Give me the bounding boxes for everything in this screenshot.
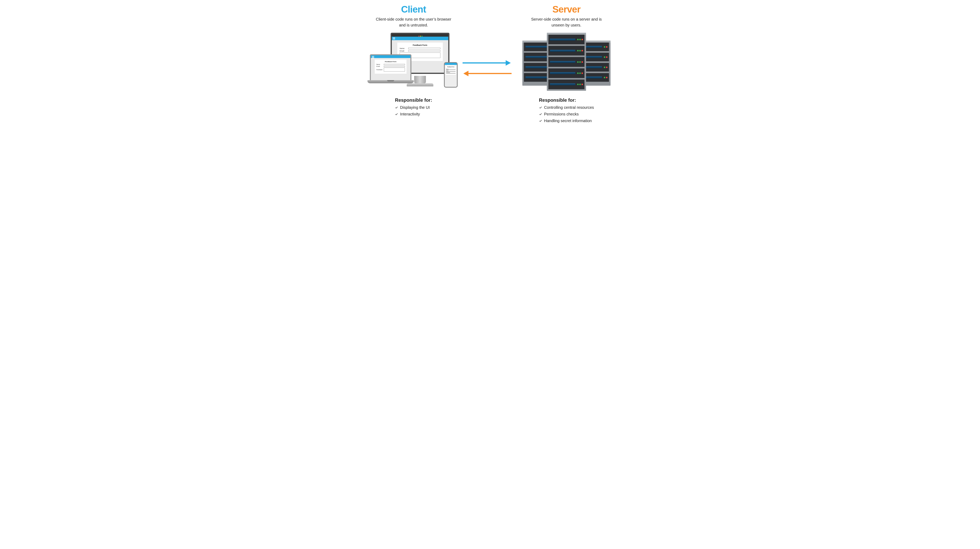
- responsibility-item: Controlling central resources: [539, 104, 594, 111]
- check-icon: [539, 113, 542, 116]
- server-responsibilities: Responsible for: Controlling central res…: [539, 97, 594, 124]
- check-icon: [395, 113, 398, 116]
- server-title: Server: [517, 4, 616, 15]
- check-icon: [539, 119, 542, 122]
- responsible-heading: Responsible for:: [539, 97, 594, 103]
- laptop: Feedback Form Name: Email: Feedback:: [368, 54, 414, 88]
- label-name: Name:: [376, 64, 384, 65]
- request-response-arrows: [463, 59, 514, 82]
- monitor-stand: [414, 76, 426, 84]
- input-name: [408, 48, 441, 49]
- responsibility-item: Permissions checks: [539, 111, 594, 118]
- responsible-heading: Responsible for:: [395, 97, 432, 103]
- server-column: Server Server-side code runs on a server…: [517, 2, 616, 124]
- client-subtitle: Client-side code runs on the user’s brow…: [374, 16, 453, 28]
- smartphone: Feedback Form Name: Email: Feedback:: [444, 62, 458, 88]
- client-devices-illustration: Feedback Form Name: Email: Feedback Form…: [368, 33, 460, 92]
- label-name: Name:: [399, 48, 408, 49]
- arrow-server-to-client: [468, 73, 512, 74]
- form-title: Feedback Form: [376, 61, 405, 62]
- check-icon: [395, 106, 398, 109]
- label-email: Email:: [376, 66, 384, 67]
- responsibility-item: Displaying the UI: [395, 104, 432, 111]
- menu-icon: [372, 56, 374, 58]
- client-responsibilities: Responsible for: Displaying the UI Inter…: [395, 97, 432, 118]
- server-rack-front: [547, 33, 586, 91]
- feedback-form-phone: Feedback Form Name: Email: Feedback:: [445, 66, 456, 75]
- responsibility-item: Interactivity: [395, 111, 432, 118]
- input-email: [408, 50, 441, 52]
- window-titlebar: [392, 34, 448, 37]
- client-column: Client Client-side code runs on the user…: [364, 2, 463, 118]
- arrow-client-to-server: [463, 62, 506, 64]
- app-navbar: [392, 37, 448, 40]
- app-navbar: [445, 63, 457, 65]
- feedback-form-laptop: Feedback Form Name: Email: Feedback:: [375, 60, 407, 74]
- app-navbar: [371, 55, 410, 58]
- client-server-diagram: Client Client-side code runs on the user…: [341, 0, 639, 147]
- label-feedback: Feedback:: [376, 69, 384, 70]
- check-icon: [539, 106, 542, 109]
- label-email: Email:: [399, 50, 408, 52]
- menu-icon: [393, 37, 395, 40]
- client-title: Client: [364, 4, 463, 15]
- form-title: Feedback Form: [446, 66, 455, 67]
- form-title: Feedback Form: [399, 44, 441, 46]
- server-subtitle: Server-side code runs on a server and is…: [527, 16, 606, 28]
- responsibility-item: Handling secret information: [539, 118, 594, 124]
- server-racks-illustration: [524, 33, 609, 92]
